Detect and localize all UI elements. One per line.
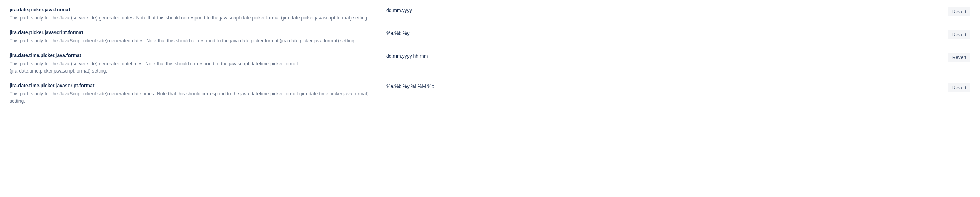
- revert-button[interactable]: Revert: [948, 52, 970, 62]
- setting-action-area: Revert: [941, 7, 970, 16]
- setting-row: jira.date.time.picker.java.format This p…: [10, 49, 970, 79]
- revert-button[interactable]: Revert: [948, 30, 970, 39]
- setting-description: This part is only for the JavaScript (cl…: [10, 37, 372, 44]
- setting-row: jira.date.picker.java.format This part i…: [10, 3, 970, 26]
- setting-label-area: jira.date.time.picker.javascript.format …: [10, 83, 386, 105]
- setting-description: This part is only for the Java (server s…: [10, 60, 372, 75]
- setting-value[interactable]: dd.mm.yyyy: [386, 7, 941, 13]
- setting-value[interactable]: %e.%b.%y: [386, 30, 941, 36]
- setting-key: jira.date.picker.javascript.format: [10, 30, 372, 35]
- setting-row: jira.date.picker.javascript.format This …: [10, 26, 970, 49]
- setting-key: jira.date.time.picker.java.format: [10, 52, 372, 58]
- revert-button[interactable]: Revert: [948, 7, 970, 16]
- revert-button[interactable]: Revert: [948, 83, 970, 92]
- settings-list: jira.date.picker.java.format This part i…: [10, 3, 970, 110]
- setting-row: jira.date.time.picker.javascript.format …: [10, 79, 970, 110]
- setting-key: jira.date.picker.java.format: [10, 7, 372, 12]
- setting-value[interactable]: %e.%b.%y %I:%M %p: [386, 83, 941, 89]
- setting-description: This part is only for the JavaScript (cl…: [10, 90, 372, 105]
- setting-label-area: jira.date.time.picker.java.format This p…: [10, 52, 386, 75]
- setting-key: jira.date.time.picker.javascript.format: [10, 83, 372, 88]
- setting-description: This part is only for the Java (server s…: [10, 14, 372, 22]
- setting-label-area: jira.date.picker.java.format This part i…: [10, 7, 386, 22]
- setting-action-area: Revert: [941, 30, 970, 39]
- setting-label-area: jira.date.picker.javascript.format This …: [10, 30, 386, 44]
- setting-value[interactable]: dd.mm.yyyy hh:mm: [386, 52, 941, 59]
- setting-action-area: Revert: [941, 52, 970, 62]
- setting-action-area: Revert: [941, 83, 970, 92]
